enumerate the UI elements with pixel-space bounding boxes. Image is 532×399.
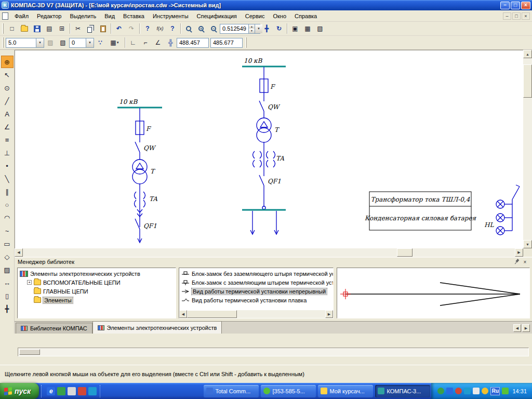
tree-item-auxiliary[interactable]: + ВСПОМОГАТЕЛЬНЫЕ ЦЕПИ <box>18 278 176 287</box>
menu-insert[interactable]: Вставка <box>119 12 149 20</box>
tab-electrical-elements[interactable]: Элементы электротехнических устройств <box>92 321 222 334</box>
taskbar-clock[interactable]: 14:31 <box>512 388 527 394</box>
toolbar-grip[interactable] <box>245 37 247 48</box>
tree-item-label[interactable]: ВСПОМОГАТЕЛЬНЫЕ ЦЕПИ <box>43 280 121 286</box>
document-window-icon[interactable] <box>2 12 8 20</box>
tray-icon[interactable] <box>455 388 462 394</box>
tray-icon[interactable] <box>464 388 471 394</box>
drawing-tool-button[interactable]: ╋ <box>1 302 14 315</box>
line-style-combo[interactable]: 5.0 ▼ <box>6 38 44 48</box>
angle-value[interactable]: 0 <box>70 39 86 46</box>
parallel-line-tool-button[interactable]: ∥ <box>1 185 14 198</box>
menu-specification[interactable]: Спецификация <box>193 12 241 20</box>
vertical-scrollbar[interactable]: ▲ ▼ <box>523 50 532 248</box>
task-label[interactable]: [353-585-5... <box>272 388 304 394</box>
quick-launch-divider[interactable] <box>41 385 44 397</box>
zoom-scale-value[interactable]: 0.512549 <box>220 25 248 32</box>
tree-item-label[interactable]: Элементы электротехнических устройств <box>30 271 140 277</box>
list-horizontal-scrollbar[interactable]: ◀ ▶ <box>179 310 333 318</box>
library-element-list[interactable]: Блок-замок без заземляющего штыря термич… <box>179 268 334 318</box>
zoom-spinner[interactable]: ▲▼ <box>248 24 255 33</box>
pin-button[interactable] <box>512 258 520 265</box>
maximize-button[interactable]: □ <box>511 2 520 9</box>
tree-item-root[interactable]: Элементы электротехнических устройств <box>18 269 176 278</box>
circle-tool-button[interactable]: ○ <box>1 198 14 211</box>
list-item[interactable]: Вид работы термической установки плавка <box>179 296 333 304</box>
scroll-down-icon[interactable]: ▼ <box>523 240 532 248</box>
close-button[interactable]: × <box>521 2 530 9</box>
menu-view[interactable]: Вид <box>100 12 119 20</box>
zoom-area-button[interactable] <box>182 23 195 34</box>
minimize-button[interactable]: – <box>500 2 510 9</box>
vertical-scroll-track[interactable] <box>523 58 532 240</box>
quicklaunch-desktop-icon[interactable] <box>68 387 76 395</box>
quicklaunch-ie-icon[interactable]: e <box>47 387 55 395</box>
zoom-out-button[interactable]: − <box>207 23 220 34</box>
tray-icon[interactable] <box>502 388 509 394</box>
list-scroll-thumb[interactable] <box>187 310 237 318</box>
toolbar-grip[interactable] <box>2 23 4 34</box>
tray-icon[interactable] <box>437 388 444 394</box>
tree-item-elements[interactable]: Элементы <box>18 296 176 304</box>
print-preview-button[interactable]: ⊞ <box>56 23 68 34</box>
task-label[interactable]: Мой курсач... <box>329 388 364 394</box>
print-button[interactable]: ▤ <box>43 23 56 34</box>
list-item-selected[interactable]: Вид работы термической установки непреры… <box>179 287 333 296</box>
horizontal-scroll-thumb[interactable] <box>397 248 413 257</box>
tab-scroll-right-icon[interactable]: ▶ <box>522 324 530 332</box>
polygon-tool-button[interactable]: ◇ <box>1 250 14 263</box>
drawing-tool-button[interactable]: ↖ <box>1 69 14 81</box>
measure-button[interactable]: ▦ <box>301 23 314 34</box>
list-item-label[interactable]: Вид работы термической установки плавка <box>192 297 307 303</box>
start-label[interactable]: пуск <box>15 387 31 395</box>
text-tool-button[interactable]: A <box>1 108 14 120</box>
undo-button[interactable]: ↶ <box>113 23 125 34</box>
scroll-up-icon[interactable]: ▲ <box>523 50 532 58</box>
refresh-view-button[interactable]: ↻ <box>273 23 285 34</box>
taskbar-task-kompas[interactable]: КОМПАС-3... <box>375 385 430 397</box>
spline-tool-button[interactable]: ~ <box>1 224 14 237</box>
quicklaunch-icon[interactable] <box>57 387 65 395</box>
horizontal-scrollbar[interactable]: ◀ ▶ <box>15 248 523 257</box>
property-scroll-thumb[interactable] <box>19 349 40 355</box>
task-label[interactable]: Total Comm... <box>215 388 250 394</box>
tree-item-label[interactable]: ГЛАВНЫЕ ЦЕПИ <box>43 288 88 295</box>
drawing-tool-button[interactable]: ⊙ <box>1 82 14 94</box>
tab-kompas-libraries[interactable]: Библиотеки КОМПАС <box>16 323 92 334</box>
open-document-button[interactable] <box>18 23 31 34</box>
tray-icon[interactable] <box>473 388 480 394</box>
spinner-up-icon[interactable]: ▲ <box>249 24 255 29</box>
list-item-label[interactable]: Блок-замок с заземляющим штырем термичес… <box>192 280 334 286</box>
context-help-button[interactable]: ? <box>166 23 179 34</box>
arc-tool-button[interactable]: ◠ <box>1 211 14 224</box>
line-style-value[interactable]: 5.0 <box>6 39 36 46</box>
tree-item-label-selected[interactable]: Элементы <box>43 297 73 303</box>
style-dropdown-icon[interactable]: ▼ <box>36 38 44 47</box>
pan-button[interactable]: ╋ <box>260 23 273 34</box>
scroll-right-icon[interactable]: ▶ <box>325 310 333 318</box>
menu-tools[interactable]: Инструменты <box>149 12 193 20</box>
rectangle-tool-button[interactable]: ▭ <box>1 237 14 250</box>
taskbar-task-explorer[interactable]: Мой курсач... <box>318 385 373 397</box>
expand-plus-icon[interactable]: + <box>27 280 32 285</box>
coord-x-field[interactable]: 488.457 <box>177 38 209 48</box>
language-indicator[interactable]: Ru <box>490 387 500 395</box>
vertical-scroll-thumb[interactable] <box>523 64 532 98</box>
snap-points-button[interactable]: ∵ <box>94 37 107 48</box>
redo-button[interactable]: ↷ <box>125 23 138 34</box>
local-csys-button[interactable]: ∟ <box>127 37 139 48</box>
mdi-minimize-button[interactable]: – <box>503 12 511 20</box>
taskbar-task-total-commander[interactable]: Total Comm... <box>204 385 259 397</box>
point-tool-button[interactable]: • <box>1 159 14 172</box>
taskbar-task-icq[interactable]: [353-585-5... <box>261 385 316 397</box>
list-item[interactable]: Блок-замок без заземляющего штыря термич… <box>179 269 333 278</box>
hatch-tool-button[interactable]: ▨ <box>1 263 14 276</box>
list-item-label[interactable]: Вид работы термической установки непреры… <box>192 288 327 295</box>
list-item-label[interactable]: Блок-замок без заземляющего штыря термич… <box>192 271 334 277</box>
settings-button[interactable]: ▧ <box>314 23 326 34</box>
tray-icon[interactable] <box>482 388 488 394</box>
menu-service[interactable]: Сервис <box>241 12 269 20</box>
tab-scroll-left-icon[interactable]: ◀ <box>513 324 521 332</box>
quicklaunch-icon[interactable] <box>78 387 86 395</box>
drawing-canvas[interactable]: 10 кВ F QW T TA QF1 10 кВ F QW T TA QF1 … <box>15 50 523 248</box>
